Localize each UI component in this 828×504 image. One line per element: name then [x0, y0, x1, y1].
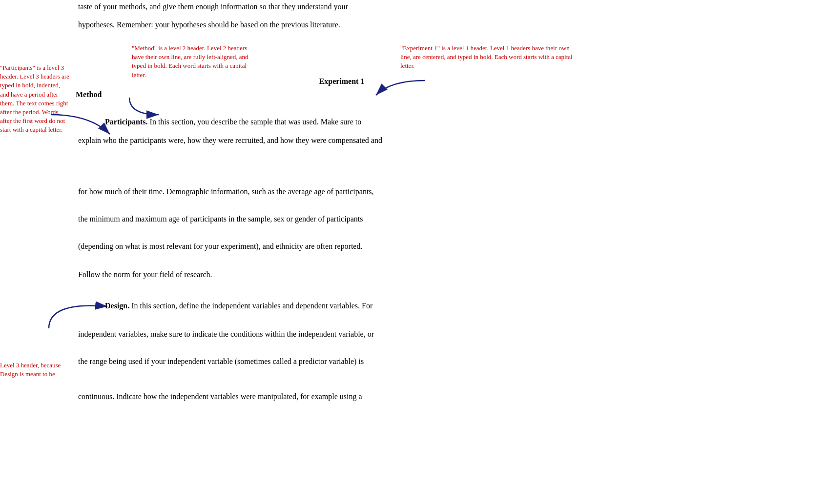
- annotation-method-level2: "Method" is a level 2 header. Level 2 he…: [132, 44, 259, 80]
- top-line2: hypotheses. Remember: your hypotheses sh…: [78, 20, 808, 29]
- method-header: Method: [76, 90, 102, 99]
- annotation-level3-design: Level 3 header, because Design is meant …: [0, 361, 71, 379]
- body-text-explain: explain who the participants were, how t…: [78, 134, 808, 147]
- body-text-forhow: for how much of their time. Demographic …: [78, 185, 808, 198]
- arrow-to-design: [39, 292, 117, 331]
- design-body-2: independent variables, make sure to indi…: [78, 328, 808, 341]
- arrow-to-method: [124, 95, 164, 120]
- page: taste of your methods, and give them eno…: [0, 0, 828, 504]
- design-body-3: the range being used if your independent…: [78, 355, 808, 368]
- arrow-to-experiment: [371, 76, 430, 105]
- annotation-experiment-level1: "Experiment 1" is a level 1 header. Leve…: [400, 44, 581, 71]
- body-text-depending: (depending on what is most relevant for …: [78, 240, 808, 253]
- participants-header: Participants. In this section, you descr…: [105, 118, 361, 126]
- top-line1: taste of your methods, and give them eno…: [78, 2, 808, 11]
- design-body-4: continuous. Indicate how the independent…: [78, 390, 808, 403]
- design-header: Design. In this section, define the inde…: [105, 302, 373, 310]
- body-text-minmax: the minimum and maximum age of participa…: [78, 213, 808, 225]
- body-text-follow: Follow the norm for your field of resear…: [78, 268, 808, 281]
